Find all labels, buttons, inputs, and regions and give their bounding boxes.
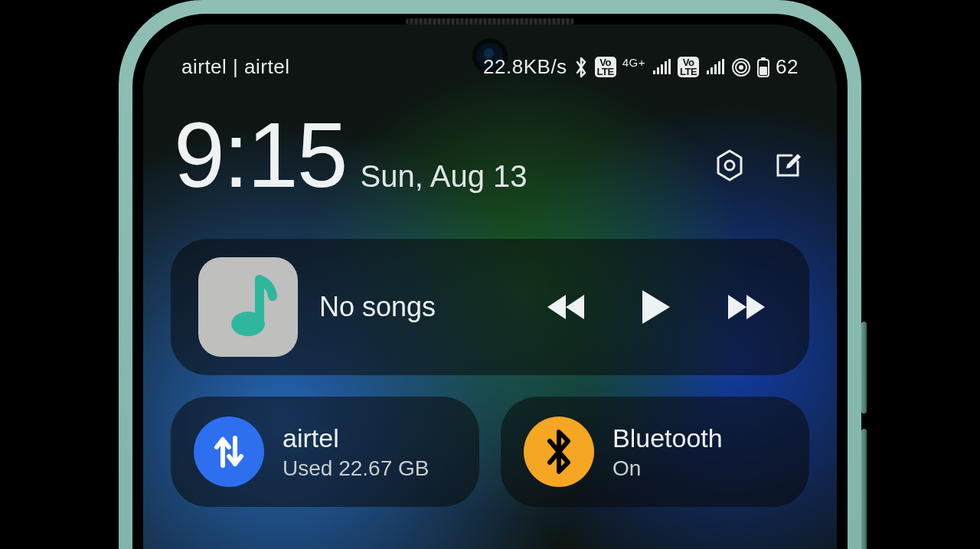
bluetooth-tile[interactable]: Bluetooth On (501, 397, 809, 507)
hotspot-icon (731, 57, 751, 77)
svg-point-6 (725, 161, 734, 170)
mobile-data-subtitle: Used 22.67 GB (283, 456, 429, 481)
signal-icon-2 (705, 59, 725, 76)
bluetooth-title: Bluetooth (612, 423, 723, 453)
earpiece (406, 18, 574, 25)
battery-icon (757, 57, 769, 77)
album-art (198, 257, 298, 357)
network-speed: 22.8KB/s (483, 55, 567, 79)
volte-badge-2: VoLTE (678, 57, 699, 77)
bluetooth-tile-icon (524, 417, 594, 487)
bluetooth-subtitle: On (612, 456, 723, 481)
volume-button[interactable] (861, 322, 867, 413)
screen: airtel | airtel 22.8KB/s VoLTE 4G+ VoLTE (143, 25, 837, 549)
svg-point-7 (231, 312, 265, 336)
network-type: 4G+ (622, 56, 645, 69)
power-button[interactable] (861, 429, 867, 549)
mobile-data-title: airtel (283, 423, 429, 453)
battery-percent: 62 (776, 55, 799, 79)
svg-rect-5 (760, 67, 767, 75)
mobile-data-tile[interactable]: airtel Used 22.67 GB (171, 397, 479, 507)
mobile-data-icon (194, 417, 264, 487)
prev-track-button[interactable] (546, 286, 589, 328)
bluetooth-icon (573, 57, 589, 78)
clock-date: Sun, Aug 13 (361, 159, 528, 194)
clock-time: 9:15 (174, 109, 347, 201)
play-button[interactable] (635, 286, 678, 328)
status-bar: airtel | airtel 22.8KB/s VoLTE 4G+ VoLTE (143, 55, 837, 79)
next-track-button[interactable] (724, 286, 766, 328)
edit-button[interactable] (769, 147, 806, 184)
svg-point-0 (739, 65, 743, 70)
settings-button[interactable] (711, 147, 748, 184)
carrier-label: airtel | airtel (181, 55, 289, 79)
signal-icon-1 (652, 59, 671, 76)
music-card[interactable]: No songs (171, 239, 809, 375)
music-title: No songs (319, 291, 436, 323)
panel-header: 9:15 Sun, Aug 13 (174, 109, 806, 201)
volte-badge-1: VoLTE (595, 57, 616, 77)
phone-frame: airtel | airtel 22.8KB/s VoLTE 4G+ VoLTE (119, 0, 861, 549)
